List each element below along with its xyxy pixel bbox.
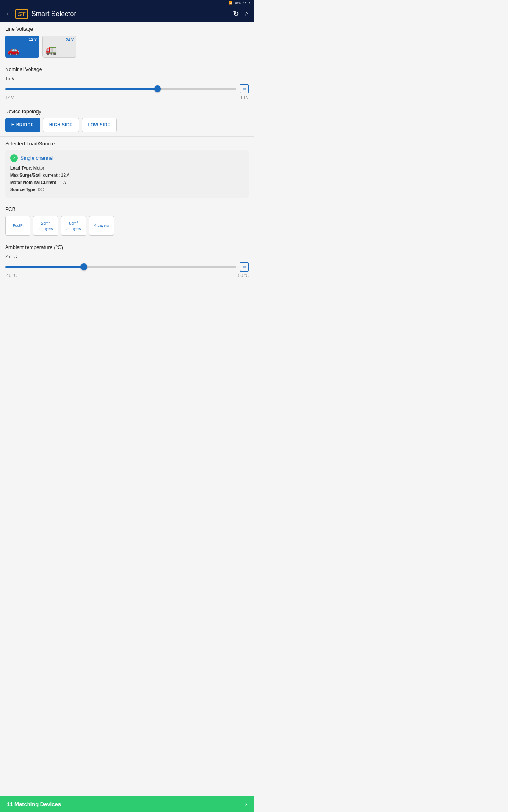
pcb-options: FootP 2cm2 2 Layers 8cm2 2 Layers 4 Laye…	[5, 216, 249, 236]
load-card-header: ✓ Single channel	[10, 154, 244, 162]
slider-fill	[5, 88, 157, 90]
nominal-voltage-title: Nominal Voltage	[5, 66, 249, 72]
nominal-voltage-min: 12 V	[5, 95, 14, 100]
nominal-voltage-value: 16 V	[5, 76, 249, 81]
selected-load-section: Selected Load/Source ✓ Single channel Lo…	[0, 137, 254, 202]
selected-load-title: Selected Load/Source	[5, 141, 249, 147]
voltage-label-12v: 12 V	[29, 37, 37, 41]
ambient-temp-slider-row: ✏	[5, 262, 249, 272]
device-topology-title: Device topology	[5, 109, 249, 115]
app-header: ← ST Smart Selector ↻ ⌂	[0, 6, 254, 22]
nominal-voltage-thumb[interactable]	[154, 85, 161, 92]
st-logo: ST	[15, 9, 28, 19]
line-voltage-title: Line Voltage	[5, 26, 249, 32]
pcb-section: PCB FootP 2cm2 2 Layers 8cm2 2 Layers 4 …	[0, 202, 254, 240]
nominal-voltage-max: 18 V	[240, 95, 249, 100]
clock: 15:11	[243, 2, 251, 5]
ambient-temp-range: -40 °C 150 °C	[5, 273, 249, 278]
ambient-temp-min: -40 °C	[5, 273, 17, 278]
main-content: Line Voltage 12 V 🚗 24 V 🚛 Nominal Volta…	[0, 22, 254, 390]
pcb-8cm-button[interactable]: 8cm2 2 Layers	[61, 216, 86, 236]
nominal-voltage-slider-row: ✏	[5, 84, 249, 93]
voltage-label-24v: 24 V	[66, 38, 74, 42]
battery-level: 67%	[235, 2, 241, 5]
motor-nominal-row: Motor Nominal Current : 1 A	[10, 179, 244, 186]
nominal-voltage-edit-button[interactable]: ✏	[240, 84, 249, 93]
app-title: Smart Selector	[31, 10, 76, 18]
pcb-2cm-button[interactable]: 2cm2 2 Layers	[33, 216, 58, 236]
pcb-title: PCB	[5, 206, 249, 212]
ambient-temp-value: 25 °C	[5, 254, 249, 259]
load-card-details: Load Type: Motor Max Surge/Stall current…	[10, 165, 244, 193]
truck-icon-24v: 🚛	[45, 44, 57, 55]
refresh-button[interactable]: ↻	[233, 9, 239, 19]
home-button[interactable]: ⌂	[244, 10, 249, 19]
voltage-option-12v[interactable]: 12 V 🚗	[5, 36, 39, 58]
load-type-row: Load Type: Motor	[10, 165, 244, 172]
nominal-voltage-range: 12 V 18 V	[5, 95, 249, 100]
ambient-temp-thumb[interactable]	[80, 263, 87, 270]
pcb-footp-button[interactable]: FootP	[5, 216, 30, 236]
voltage-option-24v[interactable]: 24 V 🚛	[42, 36, 76, 58]
ambient-temp-section: Ambient temperature (°C) 25 °C ✏ -40 °C …	[0, 240, 254, 282]
car-icon-12v: 🚗	[8, 45, 19, 56]
wifi-icon: 📶	[229, 1, 233, 5]
nominal-voltage-slider-wrapper	[5, 85, 236, 93]
topology-lowside-button[interactable]: LOW SIDE	[82, 118, 117, 132]
max-surge-row: Max Surge/Stall current : 12 A	[10, 172, 244, 179]
ambient-slider-fill	[5, 266, 84, 268]
back-button[interactable]: ←	[5, 10, 12, 18]
topology-hbridge-button[interactable]: H BRIDGE	[5, 118, 40, 132]
device-topology-section: Device topology H BRIDGE HIGH SIDE LOW S…	[0, 104, 254, 137]
nominal-voltage-section: Nominal Voltage 16 V ✏ 12 V 18 V	[0, 62, 254, 104]
ambient-temp-max: 150 °C	[236, 273, 249, 278]
ambient-temp-slider-wrapper	[5, 263, 236, 271]
topology-highside-button[interactable]: HIGH SIDE	[43, 118, 79, 132]
source-type-row: Source Type: DC	[10, 186, 244, 193]
ambient-temp-edit-button[interactable]: ✏	[240, 262, 249, 272]
topology-options: H BRIDGE HIGH SIDE LOW SIDE	[5, 118, 249, 132]
ambient-temp-title: Ambient temperature (°C)	[5, 244, 249, 250]
pcb-4layers-button[interactable]: 4 Layers	[89, 216, 114, 236]
load-card-title: Single channel	[20, 155, 54, 161]
status-bar: 📶 67% 15:11	[0, 0, 254, 6]
voltage-options: 12 V 🚗 24 V 🚛	[5, 36, 249, 58]
line-voltage-section: Line Voltage 12 V 🚗 24 V 🚛	[0, 22, 254, 62]
load-card: ✓ Single channel Load Type: Motor Max Su…	[5, 150, 249, 198]
check-icon: ✓	[10, 154, 18, 162]
